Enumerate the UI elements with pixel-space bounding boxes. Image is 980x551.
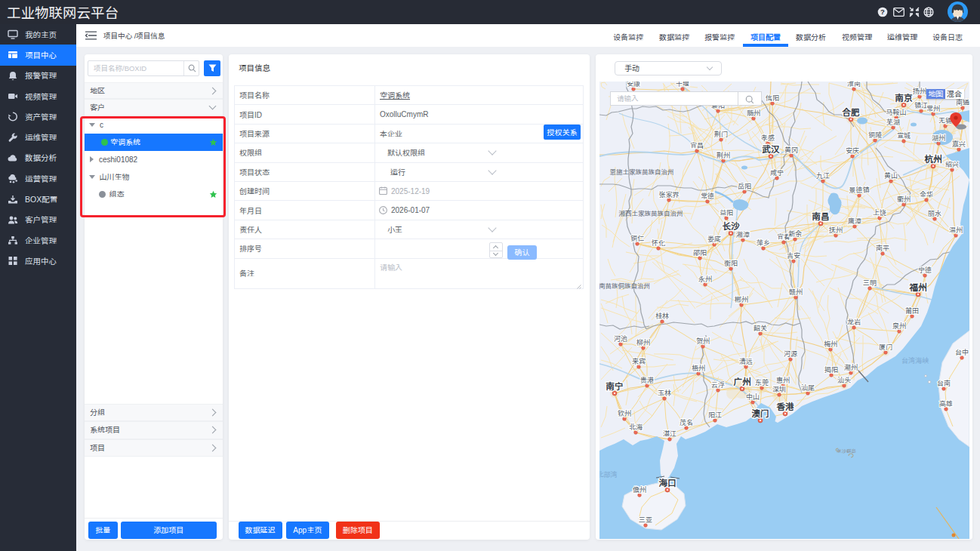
- svg-text:梅州: 梅州: [824, 340, 837, 348]
- svg-text:阳江: 阳江: [708, 411, 722, 419]
- svg-text:厦门: 厦门: [879, 343, 892, 351]
- svg-text:汕头: 汕头: [837, 376, 851, 384]
- svg-text:娄底: 娄底: [707, 235, 721, 243]
- svg-text:邵阳: 邵阳: [693, 249, 707, 257]
- svg-text:湛江: 湛江: [663, 430, 676, 438]
- svg-text:合肥: 合肥: [842, 107, 860, 117]
- svg-text:柳州: 柳州: [636, 338, 650, 346]
- svg-text:三明: 三明: [863, 279, 877, 287]
- svg-text:中山: 中山: [746, 393, 760, 401]
- svg-text:湖州: 湖州: [932, 134, 945, 142]
- svg-text:信阳: 信阳: [766, 94, 779, 102]
- svg-text:衡阳: 衡阳: [724, 260, 738, 267]
- svg-text:南昌: 南昌: [812, 211, 830, 221]
- svg-text:南苗族侗族自治州: 南苗族侗族自治州: [599, 282, 650, 290]
- svg-text:益阳: 益阳: [720, 209, 733, 217]
- svg-text:安康: 安康: [627, 82, 640, 88]
- svg-text:常德: 常德: [701, 192, 714, 200]
- svg-text:绍兴: 绍兴: [945, 161, 959, 168]
- svg-text:咸宁: 咸宁: [770, 169, 784, 177]
- svg-text:揭阳: 揭阳: [824, 366, 838, 374]
- svg-text:澳门: 澳门: [752, 408, 769, 418]
- svg-text:长沙: 长沙: [723, 221, 740, 231]
- svg-text:玉林: 玉林: [658, 389, 671, 397]
- svg-text:恩施土家族苗族自治州: 恩施土家族苗族自治州: [609, 168, 673, 176]
- svg-text:汕尾: 汕尾: [801, 383, 815, 392]
- svg-text:河池: 河池: [614, 335, 627, 343]
- svg-text:赣州: 赣州: [789, 288, 803, 296]
- svg-text:荆州: 荆州: [717, 151, 730, 159]
- svg-text:莆田: 莆田: [905, 307, 919, 315]
- svg-text:广州: 广州: [734, 377, 751, 386]
- svg-text:芜湖: 芜湖: [886, 119, 900, 126]
- svg-text:南宁: 南宁: [606, 381, 624, 391]
- svg-text:宁德: 宁德: [918, 266, 932, 274]
- svg-text:荆门: 荆门: [714, 131, 728, 138]
- svg-text:铜陵: 铜陵: [868, 131, 882, 139]
- svg-text:贺州: 贺州: [696, 337, 710, 345]
- svg-text:嘉兴: 嘉兴: [952, 140, 966, 148]
- svg-text:东莞: 东莞: [755, 379, 769, 386]
- svg-text:台南: 台南: [937, 380, 951, 387]
- svg-text:马鞍山: 马鞍山: [886, 109, 906, 116]
- svg-text:北部湾: 北部湾: [599, 471, 618, 479]
- svg-text:郴州: 郴州: [735, 295, 748, 303]
- svg-text:贵港: 贵港: [640, 377, 654, 384]
- svg-text:湘西土家族苗族自治州: 湘西土家族苗族自治州: [618, 210, 683, 217]
- svg-text:岳阳: 岳阳: [738, 183, 751, 190]
- svg-text:福州: 福州: [909, 282, 927, 292]
- svg-text:常州: 常州: [926, 104, 940, 112]
- svg-text:来宾: 来宾: [632, 358, 646, 365]
- svg-text:安庆: 安庆: [846, 147, 859, 155]
- svg-text:高雄: 高雄: [939, 400, 953, 408]
- svg-text:黄冈: 黄冈: [784, 146, 798, 154]
- svg-text:云浮: 云浮: [711, 381, 725, 389]
- svg-text:三亚: 三亚: [639, 516, 652, 524]
- svg-text:清远: 清远: [739, 358, 753, 365]
- svg-text:新余: 新余: [788, 230, 802, 238]
- svg-text:惠州: 惠州: [776, 376, 790, 384]
- svg-text:衢州: 衢州: [897, 195, 911, 203]
- svg-text:怀化: 怀化: [652, 239, 665, 247]
- svg-text:潮州: 潮州: [844, 363, 858, 371]
- svg-text:南通: 南通: [956, 99, 969, 106]
- svg-text:海口: 海口: [659, 478, 676, 488]
- svg-text:黄山: 黄山: [884, 172, 898, 180]
- svg-text:杭州: 杭州: [924, 154, 942, 164]
- svg-text:桂林: 桂林: [655, 312, 669, 320]
- svg-text:湘潭: 湘潭: [736, 231, 750, 239]
- svg-text:泉州: 泉州: [892, 322, 906, 330]
- svg-text:孝感: 孝感: [761, 134, 775, 142]
- svg-text:景德镇: 景德镇: [849, 186, 869, 194]
- svg-text:儋州: 儋州: [633, 485, 646, 494]
- svg-text:河源: 河源: [784, 350, 797, 358]
- svg-text:韶关: 韶关: [753, 325, 767, 332]
- svg-text:萍乡: 萍乡: [757, 239, 770, 247]
- svg-text:抚州: 抚州: [829, 226, 843, 234]
- svg-text:宣城: 宣城: [897, 131, 911, 140]
- svg-text:宜昌: 宜昌: [690, 142, 704, 149]
- svg-text:钦州: 钦州: [618, 409, 631, 417]
- svg-text:永州: 永州: [698, 275, 712, 283]
- svg-text:丽水: 丽水: [928, 210, 941, 217]
- svg-text:梧州: 梧州: [692, 364, 705, 372]
- svg-text:香港: 香港: [776, 402, 794, 411]
- svg-text:龙岩: 龙岩: [847, 318, 861, 326]
- svg-text:扬州: 扬州: [913, 87, 926, 95]
- svg-text:南京: 南京: [895, 93, 913, 103]
- svg-text:深圳: 深圳: [772, 386, 786, 393]
- svg-text:十堰: 十堰: [676, 82, 689, 88]
- svg-text:东沙群岛: 东沙群岛: [837, 448, 856, 454]
- svg-text:台中: 台中: [955, 349, 969, 356]
- svg-text:鹰潭: 鹰潭: [848, 217, 861, 225]
- svg-text:茂名: 茂名: [680, 419, 693, 426]
- svg-text:张家界: 张家界: [658, 191, 679, 199]
- svg-text:金华: 金华: [920, 191, 933, 199]
- svg-text:南平: 南平: [876, 245, 889, 252]
- svg-text:北海: 北海: [629, 423, 643, 431]
- svg-text:铜仁: 铜仁: [630, 235, 644, 242]
- svg-text:随州: 随州: [747, 109, 760, 117]
- svg-text:?: ?: [880, 8, 885, 16]
- svg-text:上饶: 上饶: [873, 208, 886, 217]
- svg-text:温州: 温州: [949, 226, 963, 234]
